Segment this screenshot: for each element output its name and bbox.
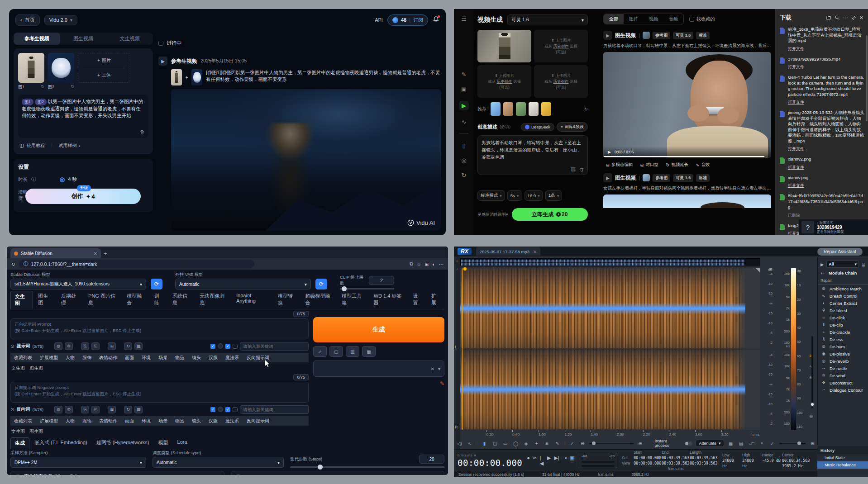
reference-thumb[interactable] bbox=[643, 174, 650, 181]
helper-icon-c[interactable]: ⎘ bbox=[81, 406, 89, 413]
history-link[interactable]: 历史创作 bbox=[497, 79, 512, 84]
helper-icon-b[interactable]: ⚙ bbox=[65, 406, 73, 413]
sd-tab[interactable]: 文生图 bbox=[10, 291, 33, 309]
sd-tab[interactable]: 后期处理 bbox=[57, 291, 83, 309]
instant-process-toggle[interactable] bbox=[685, 441, 693, 446]
sd-tab[interactable]: 图生图 bbox=[34, 291, 56, 309]
check-a[interactable]: ✓ bbox=[210, 344, 215, 349]
clear-button[interactable]: ▢ bbox=[329, 346, 343, 357]
category-tab[interactable]: 环境 bbox=[138, 353, 154, 362]
swap-icon[interactable]: ↻ bbox=[41, 84, 44, 90]
file-tab[interactable]: 2025-05-07 17-37-58.mp3✕ bbox=[476, 247, 540, 256]
subtab[interactable]: 图生图 bbox=[29, 365, 43, 371]
helper-icon-f[interactable]: ↻ bbox=[124, 406, 132, 413]
brush-icon[interactable]: ✎ bbox=[440, 380, 444, 387]
module-chain[interactable]: ≔ Module Chain bbox=[818, 269, 868, 277]
style-dropdown[interactable]: ✕ ▾ bbox=[313, 361, 444, 377]
close-tab-icon[interactable]: ✕ bbox=[533, 249, 537, 254]
category-tab[interactable]: 扩展模型 bbox=[36, 353, 62, 362]
zoom-out-icon[interactable]: ⊖ bbox=[579, 441, 586, 446]
play-button[interactable]: ▶ bbox=[547, 455, 551, 466]
check-c[interactable] bbox=[233, 407, 238, 412]
audio-tool-icon[interactable]: ∿ bbox=[462, 119, 467, 125]
prompt-chip[interactable]: 图2 bbox=[35, 99, 47, 105]
new-tab-button[interactable]: + bbox=[104, 250, 107, 257]
forward-button[interactable]: ⇥ bbox=[563, 455, 567, 466]
list-icon[interactable]: ≣ bbox=[862, 262, 865, 267]
time-selection-tool[interactable]: ▮ bbox=[481, 441, 488, 446]
play-module-icon[interactable]: ▶ bbox=[820, 262, 824, 267]
upload-cell[interactable]: ⬆ 上传图片 或从 历史创作 选择 (可选) bbox=[477, 65, 531, 98]
credits-pill[interactable]: 48| 订阅 bbox=[387, 14, 428, 26]
refresh-icon[interactable]: ↻ bbox=[11, 261, 15, 267]
sd-tab[interactable]: Inpaint Anything bbox=[232, 291, 273, 309]
helper-icon-e[interactable]: ⊞ bbox=[108, 406, 116, 413]
brush-tool[interactable]: ✎ bbox=[554, 441, 561, 446]
download-item[interactable]: 8fa4ef5d0799ff8242e050c42b5fe0417d17c429… bbox=[775, 191, 868, 221]
sd-tab[interactable]: 模型工具箱 bbox=[338, 291, 369, 309]
zoom-out-icon[interactable]: ⊖ bbox=[809, 414, 813, 419]
card-action-button[interactable]: ∿音效 bbox=[693, 162, 712, 168]
module-item[interactable]: ∿ Breath Control bbox=[818, 292, 868, 299]
generation-tab[interactable]: Lora bbox=[173, 437, 191, 449]
sd-tab[interactable]: 扩展 bbox=[427, 291, 444, 309]
playhead[interactable] bbox=[463, 268, 463, 430]
history-item[interactable]: Initial State bbox=[817, 454, 868, 461]
zoom-in-icon[interactable]: ⊕ bbox=[637, 441, 644, 446]
helper-icon-a[interactable]: ◍ bbox=[54, 406, 62, 413]
history-item[interactable]: Music Rebalance bbox=[817, 461, 868, 469]
recommend-thumb[interactable] bbox=[541, 102, 551, 116]
steps-value[interactable]: 20 bbox=[419, 455, 444, 464]
lasso-tool[interactable]: ◯ bbox=[512, 441, 520, 446]
option-select[interactable]: 5s▾ bbox=[507, 190, 522, 201]
category-tab[interactable]: 环境 bbox=[138, 416, 154, 426]
check-a[interactable]: ✓ bbox=[210, 407, 215, 412]
download-action[interactable]: 打开文件 bbox=[788, 100, 804, 105]
spectrogram-colorbar[interactable] bbox=[791, 268, 796, 430]
recommend-thumb[interactable] bbox=[491, 102, 501, 116]
back-button[interactable]: ‹首页 bbox=[15, 14, 40, 26]
sd-tab[interactable]: 系统信息 bbox=[168, 291, 195, 309]
hires-section[interactable]: 高分辨率修复 (Hires. fix) ◀ bbox=[10, 471, 224, 475]
history-icon[interactable]: ↻ bbox=[462, 172, 467, 179]
steps-slider[interactable] bbox=[290, 466, 444, 468]
download-item[interactable]: xiannv.png 打开文件 bbox=[775, 173, 868, 191]
download-item[interactable]: xiannv2.png 打开文件 bbox=[775, 154, 868, 173]
magic-wand-tool[interactable]: ✦ bbox=[533, 441, 540, 446]
category-tab[interactable]: 扩展模型 bbox=[36, 416, 62, 426]
spectrogram-view[interactable] bbox=[460, 268, 760, 430]
progress-bar[interactable] bbox=[603, 156, 764, 157]
category-tab[interactable]: 镜头 bbox=[188, 416, 205, 426]
module-item[interactable]: ◉ De-plosive bbox=[818, 350, 868, 357]
waveform-icon[interactable]: ∿ bbox=[466, 441, 473, 446]
recommend-thumb[interactable] bbox=[529, 102, 539, 116]
helper-icon-g[interactable]: ▦ bbox=[134, 342, 143, 350]
category-tab[interactable]: 收藏列表 bbox=[10, 416, 36, 426]
note-icon[interactable]: ♪ bbox=[456, 267, 458, 271]
uploaded-image[interactable] bbox=[477, 30, 531, 62]
generate-button[interactable]: 生成 bbox=[313, 317, 444, 342]
extensions-icon[interactable]: ⊞ bbox=[424, 261, 429, 267]
module-item[interactable]: ⚲ De-bleed bbox=[818, 307, 868, 314]
generation-tab[interactable]: 生成 bbox=[10, 437, 29, 449]
refresh-icon[interactable]: ↻ bbox=[584, 107, 588, 112]
sd-tab[interactable]: 超级模型融合 bbox=[301, 291, 337, 309]
history-link[interactable]: 历史创作 bbox=[553, 44, 569, 48]
category-tab[interactable]: 魔法系 bbox=[222, 416, 243, 426]
search-icon[interactable] bbox=[835, 15, 840, 20]
wedge-tool[interactable]: ◈ bbox=[523, 441, 530, 446]
model-select[interactable]: Vidu 2.0▾ bbox=[44, 15, 78, 25]
zoom-slider[interactable] bbox=[811, 336, 813, 408]
open-folder-icon[interactable] bbox=[825, 15, 831, 20]
sd-tab[interactable]: 训练 bbox=[150, 291, 167, 309]
timer-toggle[interactable] bbox=[218, 407, 223, 412]
module-item[interactable]: ‖ De-clip bbox=[818, 321, 868, 328]
envelope-tool[interactable]: ✓ bbox=[568, 441, 576, 446]
category-tab[interactable]: 魔法系 bbox=[222, 353, 243, 362]
gallery-tab[interactable]: 图片 bbox=[624, 14, 644, 24]
shapes-icon[interactable]: ○□ bbox=[748, 441, 755, 446]
profile-icon[interactable]: ◐ bbox=[432, 261, 435, 267]
generated-video-partial[interactable] bbox=[603, 195, 771, 208]
more-icon[interactable]: ⋯ bbox=[843, 15, 848, 21]
save-note-icon[interactable]: ▤ bbox=[571, 165, 576, 172]
